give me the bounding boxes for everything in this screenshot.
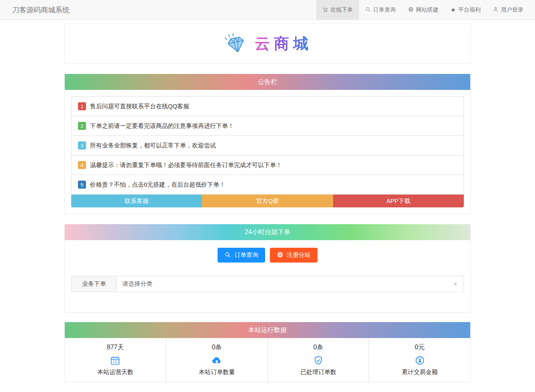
button-label: 注册分站 <box>287 251 311 259</box>
list-item: 5 价格贵？不怕，点击0元搭建，在后台超低价下单！ <box>72 175 463 195</box>
nav-item-label: 平台福利 <box>458 6 481 14</box>
app-download-button[interactable]: APP下载 <box>333 195 464 207</box>
notice-text: 温馨提示：请勿重复下单哦！必须要等待前面任务订单完成才可以下单！ <box>90 161 282 169</box>
list-item: 4 温馨提示：请勿重复下单哦！必须要等待前面任务订单完成才可以下单！ <box>72 155 463 175</box>
stat-order-count: 0条 本站订单数量 <box>166 338 268 382</box>
announcement-header: 公告栏 <box>65 74 470 90</box>
stat-label: 本站运营天数 <box>65 368 166 376</box>
notice-text: 所有业务全部恢复，都可以正常下单，欢迎尝试 <box>90 142 216 149</box>
stat-label: 本站订单数量 <box>166 368 268 376</box>
nav-item-online-order[interactable]: 在线下单 <box>316 0 359 20</box>
nav-item-order-query[interactable]: 订单查询 <box>359 0 402 20</box>
announcement-body: 1 售后问题可直接联系平台在线QQ客服 2 下单之前请一定要看完该商品的注意事项… <box>65 90 470 214</box>
nav-item-label: 网站搭建 <box>416 6 439 14</box>
stat-value: 0元 <box>369 343 470 352</box>
stat-value: 0条 <box>166 343 268 352</box>
site-stats-row: 877天 本站运营天数 0条 本站订单数量 0条 已处理订单数 <box>65 338 470 382</box>
stat-value: 0条 <box>268 343 369 352</box>
nav-item-site-build[interactable]: 网站搭建 <box>402 0 445 20</box>
stat-total-transactions: 0元 累计交易金额 <box>369 338 470 382</box>
list-item: 2 下单之前请一定要看完该商品的注意事项再进行下单！ <box>72 116 463 136</box>
globe-icon <box>408 6 414 14</box>
self-order-section: 24小时自助下单 订单查询 注册分站 业务下单 请选择分类 ▼ <box>64 224 471 313</box>
notice-text: 下单之前请一定要看完该商品的注意事项再进行下单！ <box>90 122 234 130</box>
site-brand[interactable]: 刀客源码商城系统 <box>12 0 70 20</box>
site-stats-header: 本站运行数据 <box>65 322 470 338</box>
self-order-header: 24小时自助下单 <box>65 224 470 240</box>
category-select-value: 请选择分类 <box>122 280 152 288</box>
cloud-upload-icon <box>166 355 268 366</box>
business-order-label: 业务下单 <box>71 276 116 292</box>
site-logo-text: 云商城 <box>255 34 312 54</box>
globe-icon <box>277 251 283 259</box>
notice-number-badge: 4 <box>78 161 86 169</box>
notice-text: 价格贵？不怕，点击0元搭建，在后台超低价下单！ <box>90 181 225 189</box>
stat-operating-days: 877天 本站运营天数 <box>65 338 166 382</box>
notice-text: 售后问题可直接联系平台在线QQ客服 <box>90 103 189 110</box>
stat-label: 累计交易金额 <box>369 368 470 376</box>
nav-item-label: 在线下单 <box>331 6 353 14</box>
site-stats-section: 本站运行数据 877天 本站运营天数 0条 本站订单数量 0条 <box>64 322 471 382</box>
announcement-buttons: 联系客服 官方Q群 APP下载 <box>71 195 464 207</box>
cart-icon <box>322 6 328 14</box>
top-navbar: 刀客源码商城系统 在线下单 订单查询 网站搭建 ★ 平台福利 用户登录 <box>0 0 535 20</box>
register-substation-button[interactable]: 注册分站 <box>270 248 317 263</box>
list-item: 3 所有业务全部恢复，都可以正常下单，欢迎尝试 <box>72 136 463 155</box>
shield-check-icon <box>268 355 369 366</box>
list-item: 1 售后问题可直接联系平台在线QQ客服 <box>72 97 463 116</box>
search-icon <box>365 6 371 14</box>
button-label: 订单查询 <box>234 251 258 259</box>
nav-item-user-login[interactable]: 用户登录 <box>487 0 529 20</box>
nav-item-label: 订单查询 <box>373 6 396 14</box>
category-select[interactable]: 请选择分类 ▼ <box>116 276 464 292</box>
self-order-actions: 订单查询 注册分站 <box>65 240 470 263</box>
announcement-section: 公告栏 1 售后问题可直接联系平台在线QQ客服 2 下单之前请一定要看完该商品的… <box>64 74 471 214</box>
stat-label: 已处理订单数 <box>268 368 369 376</box>
announcement-list: 1 售后问题可直接联系平台在线QQ客服 2 下单之前请一定要看完该商品的注意事项… <box>71 96 464 195</box>
business-order-row: 业务下单 请选择分类 ▼ <box>71 276 464 292</box>
notice-number-badge: 2 <box>78 122 86 130</box>
search-icon <box>224 251 231 259</box>
calendar-icon <box>65 355 166 366</box>
contact-support-button[interactable]: 联系客服 <box>71 195 202 207</box>
notice-number-badge: 3 <box>78 141 86 149</box>
order-query-button[interactable]: 订单查询 <box>218 248 265 263</box>
stat-processed-orders: 0条 已处理订单数 <box>268 338 369 382</box>
notice-number-badge: 5 <box>78 181 86 189</box>
site-logo[interactable]: 云商城 <box>64 24 471 64</box>
official-qq-group-button[interactable]: 官方Q群 <box>202 195 333 207</box>
stat-value: 877天 <box>65 343 166 352</box>
notice-number-badge: 1 <box>78 102 86 110</box>
user-icon <box>493 6 499 14</box>
diamond-icon <box>223 32 248 56</box>
star-icon: ★ <box>451 7 456 13</box>
nav-item-label: 用户登录 <box>501 6 523 14</box>
yen-circle-icon <box>369 355 470 366</box>
chevron-down-icon: ▼ <box>453 281 458 287</box>
main-nav: 在线下单 订单查询 网站搭建 ★ 平台福利 用户登录 <box>316 0 529 20</box>
nav-item-platform-benefits[interactable]: ★ 平台福利 <box>445 0 487 20</box>
